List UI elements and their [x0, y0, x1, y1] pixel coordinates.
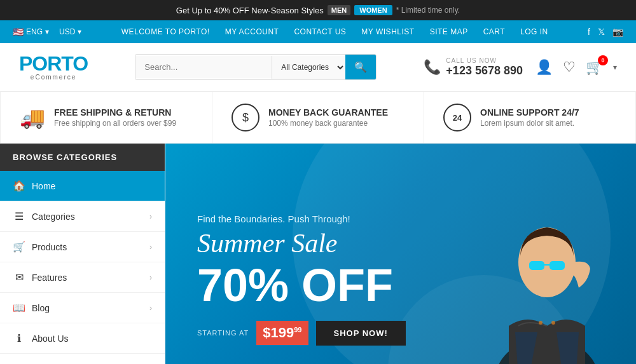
limited-text: * Limited time only. [396, 6, 460, 15]
user-icon[interactable]: 👤 [536, 59, 553, 76]
sidebar-item-home[interactable]: 🏠 Home [0, 171, 165, 201]
announcement-text: Get Up to 40% OFF New-Season Styles [176, 6, 324, 15]
category-select[interactable]: All Categories Electronics Fashion Home [272, 56, 345, 79]
header-right: 📞 CALL US NOW +123 5678 890 👤 ♡ 🛒 0 ▾ [424, 57, 617, 78]
price-cents: 99 [294, 326, 301, 334]
nav-welcome[interactable]: WELCOME TO PORTO! [121, 27, 210, 36]
feature-support: 24 ONLINE SUPPORT 24/7 Lorem ipsum dolor… [424, 92, 635, 143]
blog-icon: 📖 [13, 302, 25, 314]
feature-money-back: $ MONEY BACK GUARANTEE 100% money back g… [212, 92, 424, 143]
svg-rect-4 [550, 261, 565, 270]
call-us-label: CALL US NOW [446, 57, 523, 64]
feature-shipping-text: FREE SHIPPING & RETURN Free shipping on … [54, 107, 176, 128]
feature-support-title: ONLINE SUPPORT 24/7 [480, 107, 579, 118]
lang-label: ENG [26, 27, 43, 36]
women-badge[interactable]: WOMEN [354, 5, 392, 15]
men-badge[interactable]: MEN [328, 5, 350, 15]
twitter-icon[interactable]: 𝕏 [598, 27, 605, 37]
phone-number[interactable]: +123 5678 890 [446, 64, 523, 78]
feature-shipping-sub: Free shipping on all orders over $99 [54, 119, 176, 128]
feature-support-sub: Lorem ipsum dolor sit amet. [480, 119, 579, 128]
nav-my-account[interactable]: MY ACCOUNT [225, 27, 279, 36]
sidebar-item-features-label: Features [32, 273, 149, 283]
nav-site-map[interactable]: SITE MAP [430, 27, 468, 36]
starting-label: STARTING AT [197, 329, 249, 337]
feature-bar: 🚚 FREE SHIPPING & RETURN Free shipping o… [0, 91, 636, 144]
header-actions: 👤 ♡ 🛒 0 ▾ [536, 59, 617, 76]
sidebar-header: BROWSE CATEGORIES [0, 144, 165, 171]
support-icon: 24 [443, 104, 471, 131]
site-header: PORTO eCommerce All Categories Electroni… [0, 43, 636, 91]
currency-dropdown-icon: ▾ [78, 27, 81, 36]
flag-icon: 🇺🇸 [13, 27, 24, 37]
search-button[interactable]: 🔍 [345, 55, 376, 79]
categories-arrow-icon: › [149, 212, 152, 221]
sidebar-item-about[interactable]: ℹ About Us [0, 323, 165, 354]
feature-money-back-text: MONEY BACK GUARANTEE 100% money back gua… [268, 107, 388, 128]
sidebar-item-products-label: Products [32, 242, 149, 252]
features-arrow-icon: › [149, 273, 152, 282]
sidebar-item-blog[interactable]: 📖 Blog › [0, 293, 165, 323]
nav-cart[interactable]: CART [483, 27, 505, 36]
top-nav-bar: 🇺🇸 ENG ▾ USD ▾ WELCOME TO PORTO! MY ACCO… [0, 20, 636, 43]
price-main: $199 [263, 325, 294, 341]
categories-icon: ☰ [13, 210, 25, 222]
about-icon: ℹ [13, 332, 25, 344]
shop-now-button[interactable]: SHOP NOW! [316, 321, 406, 346]
nav-social: f 𝕏 📷 [588, 27, 623, 37]
nav-log-in[interactable]: LOG IN [520, 27, 548, 36]
instagram-icon[interactable]: 📷 [612, 27, 623, 37]
sidebar-item-categories[interactable]: ☰ Categories › [0, 201, 165, 232]
announcement-bar: Get Up to 40% OFF New-Season Styles MEN … [0, 0, 636, 20]
sidebar-item-products[interactable]: 🛒 Products › [0, 232, 165, 262]
sidebar-item-home-label: Home [32, 181, 152, 191]
phone-icon: 📞 [424, 59, 441, 76]
feature-shipping-title: FREE SHIPPING & RETURN [54, 107, 176, 118]
sidebar: BROWSE CATEGORIES 🏠 Home ☰ Categories › … [0, 144, 165, 364]
svg-point-7 [551, 321, 555, 325]
feature-money-back-sub: 100% money back guarantee [268, 119, 388, 128]
sidebar-item-elements[interactable]: ◈ Elements [0, 354, 165, 364]
features-icon: ✉ [13, 271, 25, 283]
feature-support-text: ONLINE SUPPORT 24/7 Lorem ipsum dolor si… [480, 107, 579, 128]
logo[interactable]: PORTO eCommerce [19, 53, 88, 81]
hero-title: Summer Sale [197, 228, 406, 259]
sidebar-item-features[interactable]: ✉ Features › [0, 262, 165, 293]
feature-shipping: 🚚 FREE SHIPPING & RETURN Free shipping o… [1, 92, 212, 143]
products-icon: 🛒 [13, 241, 25, 253]
lang-dropdown-icon: ▾ [45, 27, 49, 36]
sidebar-menu: 🏠 Home ☰ Categories › 🛒 Products › ✉ Fea… [0, 171, 165, 364]
sidebar-item-blog-label: Blog [32, 303, 149, 313]
language-selector[interactable]: 🇺🇸 ENG ▾ [13, 27, 49, 37]
money-back-icon: $ [232, 104, 259, 131]
phone-text: CALL US NOW +123 5678 890 [446, 57, 523, 78]
currency-label: USD [59, 27, 75, 36]
shipping-icon: 🚚 [20, 105, 45, 130]
svg-rect-3 [529, 261, 544, 270]
logo-text: PORTO [19, 53, 88, 74]
nav-center: WELCOME TO PORTO! MY ACCOUNT CONTACT US … [121, 27, 548, 36]
hero-discount: 70% OFF [197, 262, 406, 308]
nav-contact-us[interactable]: CONTACT US [294, 27, 346, 36]
search-bar: All Categories Electronics Fashion Home … [135, 54, 377, 80]
search-input[interactable] [135, 56, 272, 78]
wishlist-icon[interactable]: ♡ [563, 59, 576, 76]
cart-badge: 0 [598, 55, 608, 65]
facebook-icon[interactable]: f [588, 27, 590, 37]
hero-banner: Find the Boundaries. Push Through! Summe… [165, 144, 636, 364]
nav-left: 🇺🇸 ENG ▾ USD ▾ [13, 27, 81, 37]
phone-area: 📞 CALL US NOW +123 5678 890 [424, 57, 523, 78]
cart-dropdown-icon[interactable]: ▾ [613, 63, 617, 72]
hero-content: Find the Boundaries. Push Through! Summe… [165, 188, 438, 365]
price-badge: $199 99 [256, 321, 308, 345]
svg-point-6 [539, 321, 543, 325]
home-icon: 🏠 [13, 180, 25, 192]
nav-wishlist[interactable]: MY WISHLIST [361, 27, 414, 36]
currency-selector[interactable]: USD ▾ [59, 27, 81, 36]
cart-icon[interactable]: 🛒 0 [586, 59, 603, 76]
hero-starting: STARTING AT $199 99 SHOP NOW! [197, 321, 406, 346]
products-arrow-icon: › [149, 243, 152, 252]
sidebar-item-categories-label: Categories [32, 212, 149, 222]
blog-arrow-icon: › [149, 304, 152, 313]
hero-tagline: Find the Boundaries. Push Through! [197, 213, 406, 224]
